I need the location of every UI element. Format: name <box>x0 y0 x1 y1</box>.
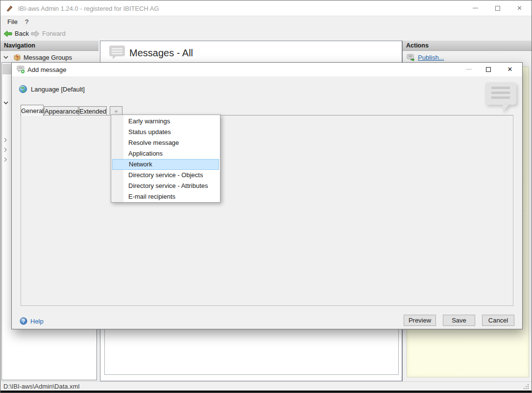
actions-header: Actions <box>403 41 532 51</box>
help-action[interactable]: ? Help <box>20 317 44 325</box>
menu-item-applications[interactable]: Applications <box>111 148 220 159</box>
svg-text:?: ? <box>22 319 25 324</box>
forward-arrow-icon <box>31 30 40 37</box>
tree-expander-icon[interactable] <box>3 147 7 152</box>
help-link[interactable]: Help <box>30 318 44 325</box>
preview-button[interactable]: Preview <box>404 315 436 326</box>
menu-item-network[interactable]: Network <box>112 159 219 170</box>
app-window: IBI-aws Admin 1.24.0 - registered for IB… <box>0 0 532 393</box>
message-groups-icon <box>13 53 21 61</box>
language-label: Language [Default] <box>31 86 85 93</box>
tab-general[interactable]: General <box>21 105 44 116</box>
message-watermark-icon <box>485 82 516 105</box>
add-message-dialog: Add message ✕ Language [Default] General… <box>11 62 523 329</box>
maximize-icon <box>486 67 491 72</box>
menu-help[interactable]: ? <box>25 18 28 25</box>
dialog-minimize-button <box>460 63 477 76</box>
menu-item-email-recipients[interactable]: E-mail recipients <box>111 191 220 202</box>
minimize-button[interactable] <box>464 0 486 16</box>
tree-item-label: Message Groups <box>24 54 72 61</box>
back-arrow-icon <box>3 30 12 37</box>
forward-label: Forward <box>42 30 66 37</box>
tree-expander-icon[interactable] <box>3 138 7 142</box>
window-title: IBI-aws Admin 1.24.0 - registered for IB… <box>18 5 159 12</box>
close-button[interactable]: ✕ <box>508 0 531 16</box>
publish-icon <box>407 54 415 61</box>
save-button[interactable]: Save <box>443 315 475 326</box>
menu-item-directory-service-attributes[interactable]: Directory service - Attributes <box>111 181 220 191</box>
menu-item-early-warnings[interactable]: Early warnings <box>111 116 220 127</box>
dialog-close-button[interactable]: ✕ <box>502 63 518 76</box>
language-row: Language [Default] <box>19 85 85 93</box>
main-titlebar: IBI-aws Admin 1.24.0 - registered for IB… <box>0 0 532 16</box>
forward-button[interactable]: Forward <box>31 29 66 38</box>
app-icon <box>6 4 14 12</box>
template-dropdown-menu: Early warnings Status updates Resolve me… <box>111 115 220 203</box>
toolbar: Back Forward <box>0 27 532 40</box>
tab-extended[interactable]: Extended <box>79 106 107 116</box>
maximize-button[interactable] <box>486 0 508 16</box>
menu-item-status-updates[interactable]: Status updates <box>111 127 220 138</box>
help-icon: ? <box>20 317 27 325</box>
back-label: Back <box>15 30 29 37</box>
chevron-down-icon[interactable] <box>3 55 8 60</box>
window-bottom-edge <box>0 391 532 393</box>
resize-grip[interactable] <box>524 384 529 389</box>
dialog-title: Add message <box>27 66 67 73</box>
menu-item-resolve-message[interactable]: Resolve message <box>111 138 220 148</box>
menu-item-directory-service-objects[interactable]: Directory service - Objects <box>111 170 220 181</box>
tab-appearance[interactable]: Appearance <box>44 106 78 116</box>
menubar: File ? <box>0 16 532 27</box>
dialog-maximize-button[interactable] <box>480 63 497 76</box>
cancel-button[interactable]: Cancel <box>482 315 514 326</box>
add-message-icon <box>17 66 25 74</box>
dialog-titlebar: Add message ✕ <box>12 63 522 76</box>
menu-file[interactable]: File <box>7 18 18 25</box>
publish-link[interactable]: Publish... <box>418 54 444 61</box>
messages-icon <box>109 45 125 60</box>
tree-item-message-groups[interactable]: Message Groups <box>0 53 98 63</box>
tree-expander-icon[interactable] <box>3 157 7 162</box>
tree-expander-open-icon[interactable] <box>3 100 8 105</box>
status-file-path: D:\IBI-aws\Admin\Data.xml <box>3 383 79 390</box>
page-title: Messages - All <box>129 47 193 59</box>
tab-page-general <box>21 115 513 306</box>
publish-action[interactable]: Publish... <box>407 54 444 61</box>
maximize-icon <box>495 6 500 11</box>
language-globe-icon <box>19 85 27 93</box>
status-bar: D:\IBI-aws\Admin\Data.xml <box>0 381 532 391</box>
minimize-icon <box>473 8 478 8</box>
minimize-icon <box>466 69 472 69</box>
back-button[interactable]: Back <box>3 29 29 38</box>
navigation-header: Navigation <box>0 41 98 51</box>
